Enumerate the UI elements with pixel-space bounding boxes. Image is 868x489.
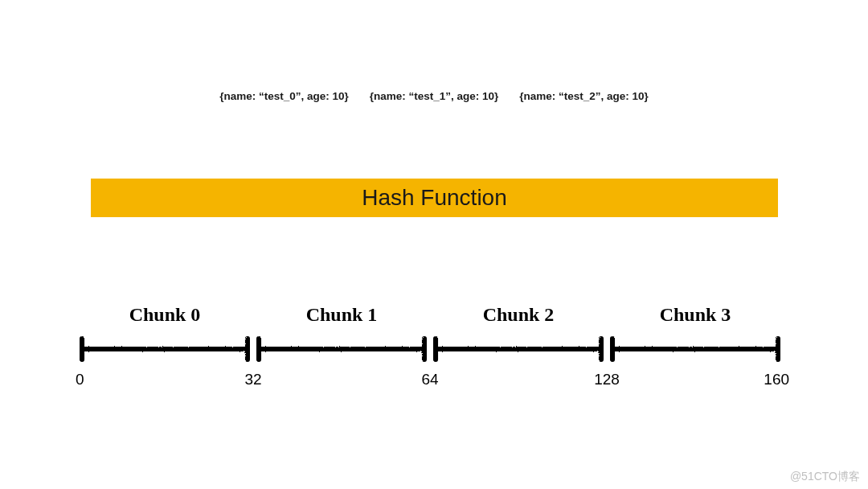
input-data-row: {name: “test_0”, age: 10} {name: “test_1… <box>0 90 868 102</box>
chunk-label-0: Chunk 0 <box>76 304 253 335</box>
chunk-label-1: Chunk 1 <box>253 304 430 335</box>
data-item-1: {name: “test_1”, age: 10} <box>370 90 499 102</box>
data-item-0: {name: “test_0”, age: 10} <box>219 90 349 102</box>
chunk-bracket-2 <box>433 335 604 363</box>
chunk-labels-row: Chunk 0 Chunk 1 Chunk 2 Chunk 3 <box>76 304 784 335</box>
tick-label-1: 32 <box>244 371 261 388</box>
chunk-brackets-row <box>76 335 784 363</box>
watermark: @51CTO博客 <box>790 470 860 484</box>
tick-label-0: 0 <box>76 371 84 388</box>
chunks-container: Chunk 0 Chunk 1 Chunk 2 Chunk 3 <box>76 304 784 390</box>
chunk-label-3: Chunk 3 <box>607 304 784 335</box>
tick-label-2: 64 <box>421 371 438 388</box>
hash-function-label: Hash Function <box>362 185 507 211</box>
tick-label-3: 128 <box>594 371 620 388</box>
tick-label-4: 160 <box>764 371 789 388</box>
chunk-label-2: Chunk 2 <box>430 304 607 335</box>
hash-function-bar: Hash Function <box>91 179 778 217</box>
chunk-bracket-0 <box>80 335 250 363</box>
chunk-bracket-3 <box>610 335 780 363</box>
data-item-2: {name: “test_2”, age: 10} <box>519 90 649 102</box>
chunk-bracket-1 <box>256 335 427 363</box>
tick-labels-row: 0 32 64 128 160 <box>76 371 784 390</box>
